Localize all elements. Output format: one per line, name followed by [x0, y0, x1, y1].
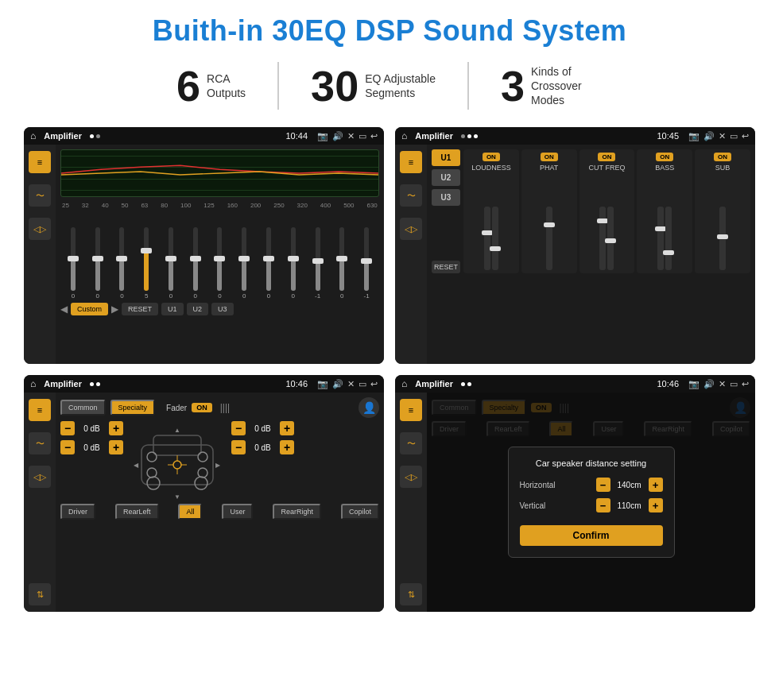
reset-btn[interactable]: RESET [122, 303, 158, 315]
svg-text:▶: ▶ [215, 462, 221, 469]
slider-track-0[interactable] [71, 227, 76, 291]
channel-sub: ON SUB [695, 149, 750, 273]
sidebar-eq-btn-2[interactable]: ≡ [400, 151, 422, 173]
slider-track-11[interactable] [339, 227, 344, 291]
u2-btn[interactable]: U2 [187, 303, 209, 315]
close-icon-4: ✕ [719, 379, 726, 389]
fader-controls: − 0 dB + − 0 dB + [60, 421, 379, 501]
rearright-btn[interactable]: RearRight [273, 504, 321, 520]
svg-point-4 [147, 452, 157, 462]
prev-arrow[interactable]: ◀ [60, 304, 68, 315]
slider-track-7[interactable] [242, 227, 246, 291]
sidebar-wave-btn-3[interactable]: 〜 [29, 432, 51, 454]
slider-track-1[interactable] [95, 227, 100, 291]
back-icon-3: ↩ [370, 379, 378, 389]
slider-val-4: 0 [169, 292, 172, 300]
rearleft-btn[interactable]: RearLeft [115, 504, 159, 520]
screen1-title: Amplifier [44, 131, 82, 141]
page-wrapper: Buith-in 30EQ DSP Sound System 6 RCAOutp… [0, 0, 779, 700]
preset-u1[interactable]: U1 [432, 149, 460, 166]
db-minus-2[interactable]: − [60, 440, 75, 454]
slider-track-4[interactable] [169, 227, 173, 291]
next-arrow[interactable]: ▶ [111, 304, 118, 315]
loudness-sliders [484, 175, 498, 270]
sidebar-speaker-btn-2[interactable]: ◁▷ [400, 218, 422, 240]
eq-slider-5: 0 [184, 227, 207, 300]
vertical-plus[interactable]: + [649, 498, 663, 512]
stat-eq-label: EQ AdjustableSegments [365, 72, 436, 100]
loudness-slider-2[interactable] [492, 207, 498, 270]
preset-u3[interactable]: U3 [432, 189, 460, 206]
copilot-btn[interactable]: Copilot [341, 504, 379, 520]
slider-track-9[interactable] [291, 227, 296, 291]
sidebar-speaker-btn[interactable]: ◁▷ [29, 218, 51, 240]
db-plus-4[interactable]: + [280, 440, 294, 454]
channel-phat: ON PHAT [521, 149, 577, 273]
status-dots-3 [90, 382, 100, 386]
bass-slider-1[interactable] [657, 207, 664, 270]
slider-track-2[interactable] [119, 227, 124, 291]
phat-slider-1[interactable] [546, 207, 552, 270]
horizontal-minus[interactable]: − [596, 478, 610, 492]
preset-u2[interactable]: U2 [432, 169, 460, 186]
screen3-time: 10:46 [285, 379, 308, 389]
tab-common[interactable]: Common [60, 400, 106, 416]
u3-btn[interactable]: U3 [211, 303, 234, 315]
bass-slider-2[interactable] [665, 207, 672, 270]
sidebar-speaker-btn-4[interactable]: ◁▷ [400, 466, 422, 488]
sidebar-wave-btn[interactable]: 〜 [29, 184, 51, 207]
slider-val-9: 0 [292, 292, 295, 300]
slider-track-10[interactable] [316, 227, 320, 291]
custom-btn[interactable]: Custom [71, 303, 108, 315]
reset-btn-crossover[interactable]: RESET [432, 261, 460, 273]
sub-slider-1[interactable] [719, 207, 726, 270]
svg-point-6 [147, 468, 157, 478]
slider-track-8[interactable] [266, 227, 271, 291]
confirm-button[interactable]: Confirm [520, 525, 663, 546]
db-plus-3[interactable]: + [280, 421, 294, 435]
user-btn[interactable]: User [222, 504, 253, 520]
status-icons-2: 📷 🔊 ✕ ▭ ↩ [688, 131, 749, 141]
driver-btn[interactable]: Driver [60, 504, 95, 520]
all-btn[interactable]: All [178, 504, 202, 520]
db-plus-1[interactable]: + [109, 421, 123, 435]
person-icon[interactable]: 👤 [358, 397, 379, 418]
db-minus-3[interactable]: − [231, 421, 246, 435]
sidebar-wave-btn-2[interactable]: 〜 [400, 184, 422, 207]
sidebar-eq-btn-3[interactable]: ≡ [29, 399, 51, 421]
tab-specialty[interactable]: Specialty [110, 400, 156, 416]
phat-on: ON [541, 153, 558, 161]
horizontal-plus[interactable]: + [649, 478, 663, 492]
db-minus-1[interactable]: − [60, 421, 75, 435]
sidebar-eq-btn-4[interactable]: ≡ [400, 399, 422, 421]
left-sidebar-2: ≡ 〜 ◁▷ [395, 145, 427, 364]
slider-track-6[interactable] [217, 227, 222, 291]
sidebar-speaker-btn-3[interactable]: ◁▷ [29, 466, 51, 488]
dialog-overlay: Car speaker distance setting Horizontal … [427, 393, 755, 612]
screens-grid: ⌂ Amplifier 10:44 📷 🔊 ✕ ▭ ↩ [24, 127, 755, 612]
eq-curve-svg [61, 150, 378, 196]
channel-loudness: ON LOUDNESS [463, 149, 519, 273]
cutfreq-slider-2[interactable] [607, 207, 614, 270]
sidebar-eq-btn[interactable]: ≡ [29, 151, 51, 173]
db-minus-4[interactable]: − [231, 440, 246, 454]
close-icon-3: ✕ [347, 379, 355, 389]
left-sidebar-1: ≡ 〜 ◁▷ [24, 145, 56, 364]
u1-btn[interactable]: U1 [161, 303, 184, 315]
fader-bars-icon: |||| [220, 402, 230, 413]
sidebar-arrow-btn-3[interactable]: ⇅ [29, 583, 51, 605]
close-icon-2: ✕ [719, 131, 726, 141]
sidebar-arrow-btn-4[interactable]: ⇅ [400, 583, 422, 605]
slider-track-3[interactable] [144, 227, 149, 291]
loudness-slider-1[interactable] [484, 207, 490, 270]
slider-track-12[interactable] [364, 227, 369, 291]
db-control-1: − 0 dB + [60, 421, 123, 435]
db-control-3: − 0 dB + [231, 421, 379, 435]
vertical-minus[interactable]: − [596, 498, 610, 512]
sidebar-wave-btn-4[interactable]: 〜 [400, 432, 422, 454]
eq-sliders: 0 0 [60, 212, 379, 300]
db-plus-2[interactable]: + [109, 440, 123, 454]
slider-val-7: 0 [242, 292, 246, 300]
slider-track-5[interactable] [193, 227, 198, 291]
stat-crossover: 3 Kinds ofCrossover Modes [469, 64, 634, 108]
